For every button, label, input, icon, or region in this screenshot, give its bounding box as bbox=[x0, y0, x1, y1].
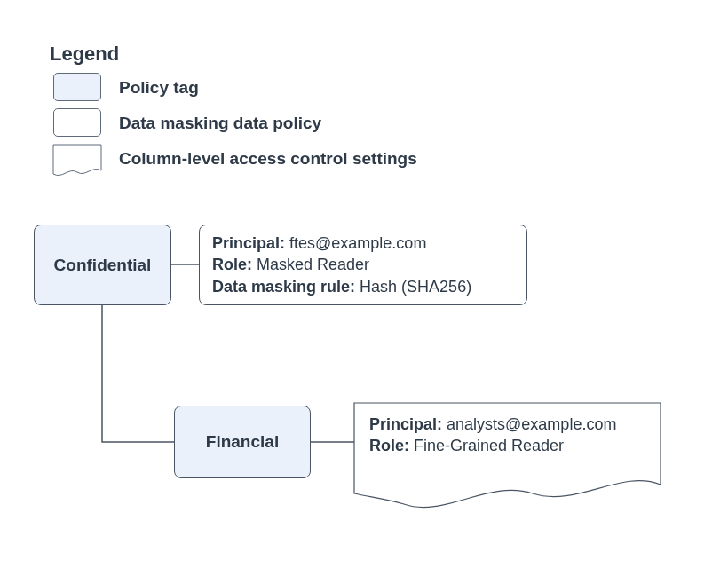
kv-key: Principal: bbox=[212, 234, 285, 252]
legend-label-clac: Column-level access control settings bbox=[119, 149, 417, 169]
policy-tag-name: Financial bbox=[206, 432, 279, 452]
kv-value: Masked Reader bbox=[257, 256, 369, 273]
kv-key: Role: bbox=[212, 256, 252, 273]
kv-key: Role: bbox=[369, 437, 409, 454]
clac-role: Role: Fine-Grained Reader bbox=[369, 435, 653, 456]
kv-value: Fine-Grained Reader bbox=[414, 437, 564, 454]
policy-tag-name: Confidential bbox=[54, 256, 152, 275]
legend-label-policy-tag: Policy tag bbox=[119, 78, 199, 98]
masking-rule: Data masking rule: Hash (SHA256) bbox=[212, 276, 514, 297]
kv-value: Hash (SHA256) bbox=[360, 278, 471, 296]
legend-swatch-masking-policy bbox=[53, 108, 101, 137]
legend-swatch-policy-tag bbox=[53, 73, 101, 101]
kv-key: Principal: bbox=[369, 415, 442, 433]
legend-swatch-clac bbox=[53, 145, 101, 176]
masking-policy-confidential: Principal: ftes@example.com Role: Masked… bbox=[199, 225, 527, 305]
policy-tag-financial: Financial bbox=[174, 406, 311, 478]
clac-principal: Principal: analysts@example.com bbox=[369, 414, 653, 435]
legend-title: Legend bbox=[50, 43, 119, 66]
legend-label-masking-policy: Data masking data policy bbox=[119, 114, 321, 133]
kv-value: analysts@example.com bbox=[447, 415, 616, 433]
kv-value: ftes@example.com bbox=[289, 234, 426, 252]
diagram-canvas: { "legend": { "title": "Legend", "items"… bbox=[0, 0, 728, 568]
policy-tag-confidential: Confidential bbox=[34, 225, 171, 305]
masking-principal: Principal: ftes@example.com bbox=[212, 233, 514, 254]
clac-settings-financial: Principal: analysts@example.com Role: Fi… bbox=[369, 414, 653, 457]
masking-role: Role: Masked Reader bbox=[212, 254, 514, 275]
kv-key: Data masking rule: bbox=[212, 278, 355, 296]
connector-confidential-to-financial bbox=[102, 305, 174, 442]
